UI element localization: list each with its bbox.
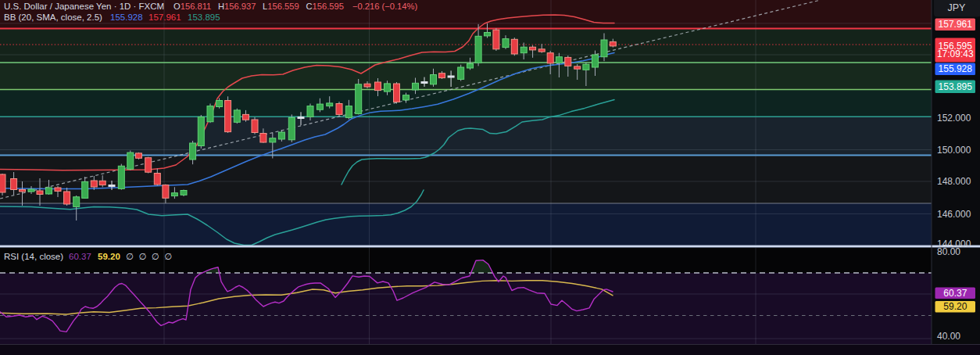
svg-text:157.961: 157.961 xyxy=(939,19,973,30)
svg-text:157.961: 157.961 xyxy=(148,13,181,22)
svg-text:40.00: 40.00 xyxy=(937,331,960,342)
svg-text:−0.216 (−0.14%): −0.216 (−0.14%) xyxy=(352,2,418,11)
svg-text:153.895: 153.895 xyxy=(939,81,973,92)
svg-text:59.20: 59.20 xyxy=(943,301,967,312)
svg-text:JPY: JPY xyxy=(948,2,967,13)
svg-text:17:09:43: 17:09:43 xyxy=(937,48,974,59)
svg-text:148.000: 148.000 xyxy=(937,176,971,187)
svg-text:152.000: 152.000 xyxy=(937,113,971,124)
svg-text:155.928: 155.928 xyxy=(110,13,143,22)
svg-text:RSI (14, close): RSI (14, close) xyxy=(4,252,63,261)
svg-text:60.37: 60.37 xyxy=(943,288,967,299)
svg-text:59.20: 59.20 xyxy=(98,252,120,261)
svg-text:U.S. Dollar / Japanese Yen · 1: U.S. Dollar / Japanese Yen · 1D · FXCM xyxy=(4,2,164,11)
svg-text:155.928: 155.928 xyxy=(939,63,973,74)
svg-text:∅ ∅ ∅ ∅: ∅ ∅ ∅ ∅ xyxy=(126,252,172,261)
svg-text:O156.811: O156.811 xyxy=(173,2,211,11)
svg-text:60.37: 60.37 xyxy=(69,252,91,261)
svg-text:H156.937: H156.937 xyxy=(218,2,256,11)
svg-text:C156.595: C156.595 xyxy=(306,2,345,11)
svg-text:L156.559: L156.559 xyxy=(263,2,299,11)
svg-text:80.00: 80.00 xyxy=(937,246,960,257)
svg-text:150.000: 150.000 xyxy=(937,145,971,156)
svg-text:153.895: 153.895 xyxy=(188,13,220,22)
svg-text:146.000: 146.000 xyxy=(937,209,971,220)
svg-text:BB (20, SMA, close, 2.5): BB (20, SMA, close, 2.5) xyxy=(4,13,102,22)
